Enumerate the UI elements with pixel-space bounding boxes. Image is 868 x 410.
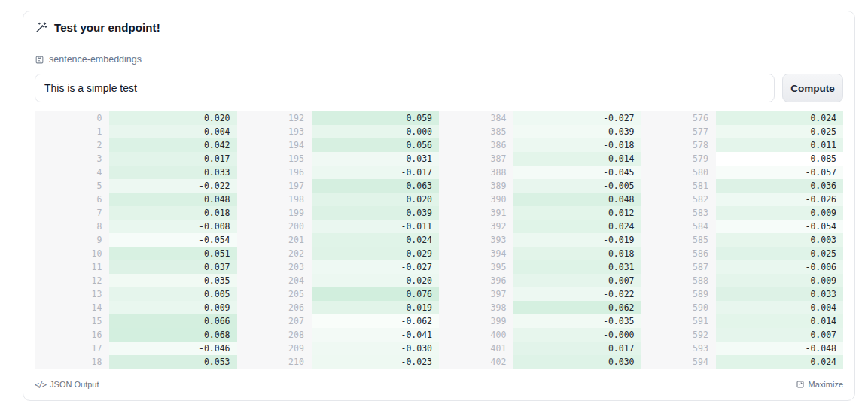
maximize-icon — [796, 380, 805, 389]
embedding-index: 592 — [641, 328, 716, 342]
embedding-index: 194 — [237, 138, 312, 152]
embedding-row: 60.048 — [35, 193, 237, 206]
embedding-index: 201 — [237, 233, 312, 247]
embedding-index: 206 — [237, 301, 312, 314]
embedding-index: 192 — [237, 111, 312, 125]
embedding-value: -0.009 — [109, 301, 236, 314]
embedding-value: 0.039 — [312, 206, 439, 220]
embedding-value: 0.024 — [513, 220, 641, 233]
input-row: Compute — [23, 65, 854, 111]
embedding-index: 203 — [237, 260, 312, 274]
embedding-index: 582 — [641, 193, 716, 206]
embedding-value: -0.045 — [513, 166, 641, 179]
embedding-index: 390 — [439, 193, 513, 206]
embedding-value: -0.025 — [716, 125, 843, 138]
embedding-index: 200 — [237, 220, 312, 233]
embedding-row: 3960.007 — [439, 274, 641, 287]
embedding-index: 13 — [35, 287, 109, 301]
embedding-index: 3 — [35, 152, 109, 166]
embedding-row: 2050.076 — [237, 287, 440, 301]
embedding-row: 388-0.045 — [439, 166, 641, 179]
embedding-value: -0.000 — [312, 125, 439, 138]
embedding-index: 576 — [641, 111, 716, 125]
embedding-value: 0.051 — [109, 247, 236, 260]
embedding-value: -0.006 — [716, 260, 843, 274]
embedding-row: 3950.031 — [439, 260, 641, 274]
embedding-value: 0.020 — [109, 111, 236, 125]
embedding-row: 193-0.000 — [237, 125, 440, 138]
embedding-value: -0.004 — [716, 301, 843, 314]
embedding-index: 593 — [641, 342, 716, 355]
embedding-value: 0.025 — [716, 247, 843, 260]
embedding-row: 180.053 — [35, 355, 237, 369]
compute-button[interactable]: Compute — [782, 74, 843, 102]
embedding-value: 0.018 — [513, 247, 641, 260]
embedding-index: 205 — [237, 287, 312, 301]
embedding-row: 5860.025 — [641, 247, 844, 260]
embedding-value: -0.023 — [312, 355, 439, 369]
embedding-value: 0.053 — [109, 355, 236, 369]
embedding-value: 0.024 — [716, 355, 843, 369]
embedding-value: -0.085 — [716, 152, 843, 166]
embedding-value: 0.033 — [716, 287, 843, 301]
embedding-value: 0.033 — [109, 166, 236, 179]
embedding-index: 591 — [641, 314, 716, 328]
maximize-button[interactable]: Maximize — [796, 380, 843, 389]
embedding-row: 204-0.020 — [237, 274, 440, 287]
test-input[interactable] — [35, 74, 775, 102]
json-output-button[interactable]: </> JSON Output — [35, 380, 99, 389]
embedding-row: 160.068 — [35, 328, 237, 342]
embedding-index: 396 — [439, 274, 513, 287]
embedding-index: 399 — [439, 314, 513, 328]
embedding-row: 1940.056 — [237, 138, 440, 152]
embedding-row: 00.020 — [35, 111, 237, 125]
embedding-value: 0.018 — [109, 206, 236, 220]
embedding-row: 580-0.057 — [641, 166, 844, 179]
embedding-index: 594 — [641, 355, 716, 369]
embedding-value: 0.011 — [716, 138, 843, 152]
embedding-index: 207 — [237, 314, 312, 328]
embedding-row: 5-0.022 — [35, 179, 237, 193]
embedding-index: 11 — [35, 260, 109, 274]
task-label: sentence-embeddings — [49, 54, 142, 65]
embedding-row: 1970.063 — [237, 179, 440, 193]
embedding-row: 12-0.035 — [35, 274, 237, 287]
embedding-index: 589 — [641, 287, 716, 301]
embedding-index: 209 — [237, 342, 312, 355]
embedding-row: 196-0.017 — [237, 166, 440, 179]
embedding-value: -0.054 — [716, 220, 843, 233]
embedding-row: 203-0.027 — [237, 260, 440, 274]
task-badge: sentence-embeddings — [23, 44, 854, 65]
embedding-value: -0.020 — [312, 274, 439, 287]
embedding-row: 150.066 — [35, 314, 237, 328]
embedding-index: 199 — [237, 206, 312, 220]
embedding-value: 0.031 — [513, 260, 641, 274]
embedding-index: 4 — [35, 166, 109, 179]
embedding-index: 402 — [439, 355, 513, 369]
embedding-row: 207-0.062 — [237, 314, 440, 328]
embedding-index: 401 — [439, 342, 513, 355]
embedding-index: 395 — [439, 260, 513, 274]
embedding-value: 0.076 — [312, 287, 439, 301]
embedding-row: 400-0.000 — [439, 328, 641, 342]
embedding-value: -0.031 — [312, 152, 439, 166]
embedding-row: 584-0.054 — [641, 220, 844, 233]
embedding-value: 0.048 — [109, 193, 236, 206]
magic-wand-icon — [35, 21, 47, 34]
embedding-index: 394 — [439, 247, 513, 260]
embedding-index: 584 — [641, 220, 716, 233]
embedding-value: 0.005 — [109, 287, 236, 301]
embedding-index: 389 — [439, 179, 513, 193]
embedding-row: 579-0.085 — [641, 152, 844, 166]
embedding-row: 200-0.011 — [237, 220, 440, 233]
embedding-index: 581 — [641, 179, 716, 193]
maximize-label: Maximize — [809, 380, 843, 389]
embedding-row: 5810.036 — [641, 179, 844, 193]
embeddings-scroll-area[interactable]: 00.0201-0.00420.04230.01740.0335-0.02260… — [35, 111, 843, 370]
embedding-value: 0.017 — [109, 152, 236, 166]
embedding-row: 3870.014 — [439, 152, 641, 166]
embedding-value: -0.019 — [513, 233, 641, 247]
embedding-row: 210-0.023 — [237, 355, 440, 369]
embedding-index: 14 — [35, 301, 109, 314]
embedding-index: 400 — [439, 328, 513, 342]
